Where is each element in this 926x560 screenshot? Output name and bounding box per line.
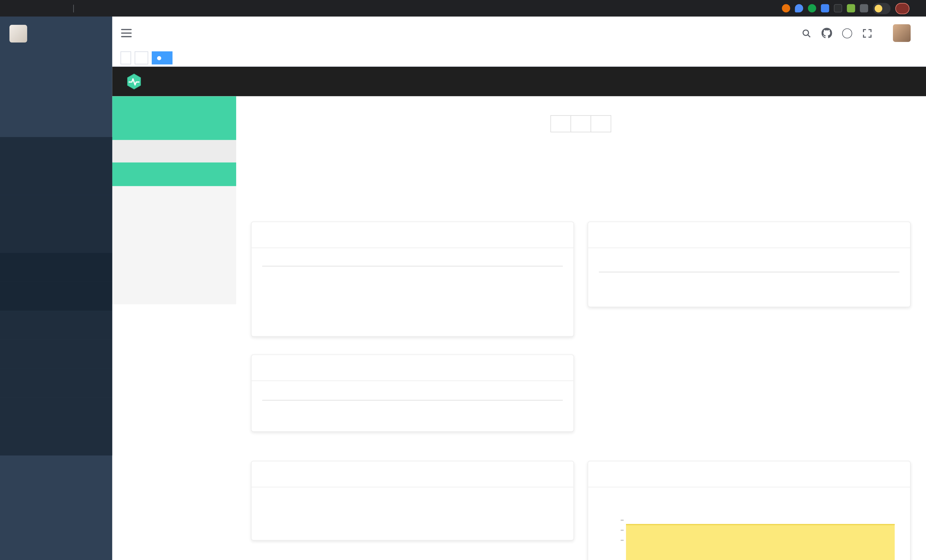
- extension-icon-5[interactable]: [834, 4, 842, 12]
- extension-icon-7[interactable]: [860, 4, 868, 12]
- sidebar-toggle-icon[interactable]: [121, 28, 133, 38]
- screenshot-root: [0, 0, 926, 560]
- legend-label: [750, 498, 758, 504]
- legend-label: [625, 498, 632, 504]
- reload-icon[interactable]: [33, 2, 46, 15]
- instance-url-link[interactable]: [551, 115, 571, 132]
- profile-avatar-icon: [875, 5, 882, 12]
- browser-menu-icon[interactable]: [914, 2, 921, 15]
- app-logo-row[interactable]: [0, 17, 112, 50]
- info-row-git: [262, 257, 563, 266]
- sba-instance-header[interactable]: [112, 97, 236, 140]
- process-metrics-row: [262, 497, 563, 505]
- process-card-header: [251, 461, 573, 487]
- tab-home[interactable]: [120, 51, 131, 65]
- metadata-card: [251, 354, 574, 431]
- instance-health-link[interactable]: [591, 115, 611, 132]
- info-card-header: [251, 222, 573, 248]
- app-sidebar: [0, 17, 112, 560]
- info-card: [251, 222, 574, 337]
- extension-icon-3[interactable]: [808, 4, 816, 12]
- threads-legend-row: [599, 497, 899, 511]
- browser-home-icon[interactable]: [47, 2, 61, 15]
- sidebar-item-log-center[interactable]: [0, 427, 112, 455]
- cards-left-column: [251, 222, 574, 560]
- threads-chart: [599, 520, 899, 560]
- back-icon[interactable]: [5, 2, 18, 15]
- sba-menu-environment[interactable]: [112, 210, 236, 233]
- bookmark-star-icon[interactable]: [768, 2, 777, 15]
- sba-menu-performance[interactable]: [112, 186, 236, 210]
- sidebar-item-system-mgmt[interactable]: [0, 79, 112, 108]
- chrome-update-button[interactable]: [895, 3, 909, 14]
- sidebar-item-home[interactable]: [0, 50, 112, 79]
- sidebar-item-error-log[interactable]: [0, 282, 112, 311]
- sidebar-item-trace[interactable]: [0, 398, 112, 427]
- sidebar-item-mysql-monitor[interactable]: [0, 311, 112, 339]
- user-avatar[interactable]: [893, 24, 911, 42]
- sba-sidebar: [112, 97, 236, 560]
- legend-blue-square-icon: [750, 498, 756, 504]
- tab-java-monitor[interactable]: [152, 51, 172, 65]
- app-logo: [9, 24, 27, 42]
- sba-content: [236, 97, 926, 560]
- sba-menu-logs[interactable]: [112, 304, 236, 327]
- sidebar-item-infrastructure[interactable]: [0, 108, 112, 137]
- sba-menu-subitems: [112, 162, 236, 304]
- active-tab-dot: [157, 56, 161, 60]
- process-card: [251, 461, 574, 540]
- browser-toolbar: [0, 0, 926, 17]
- health-card-header: [589, 222, 910, 248]
- fullscreen-icon[interactable]: [862, 28, 872, 38]
- cards-grid: [251, 222, 911, 560]
- sba-logo-icon: [125, 73, 143, 91]
- sidebar-item-dev-tools[interactable]: [0, 456, 112, 484]
- sidebar-item-scheduled-jobs[interactable]: [0, 195, 112, 224]
- browser-actions: [768, 2, 921, 15]
- extension-icon-2[interactable]: [795, 4, 803, 12]
- metadata-card-body: [251, 381, 573, 410]
- extension-icon-6[interactable]: [847, 4, 855, 12]
- instance-links: [236, 115, 926, 132]
- extension-icon-1[interactable]: [782, 4, 790, 12]
- threads-card-header: [589, 461, 910, 487]
- sba-navbar: [112, 67, 926, 97]
- sba-menu-scheduled-tasks[interactable]: [112, 281, 236, 304]
- health-card: [587, 222, 911, 307]
- sba-menu-jvm[interactable]: [112, 327, 236, 350]
- threads-chart-area: [626, 524, 895, 560]
- app-header: [112, 17, 926, 50]
- sba-menu-classes[interactable]: [112, 233, 236, 257]
- health-card-body: [589, 248, 910, 282]
- health-row-instance: [599, 257, 899, 272]
- sba-menu-caches[interactable]: [112, 374, 236, 397]
- browser-nav-controls: [5, 2, 61, 15]
- sidebar-item-config-mgmt[interactable]: [0, 166, 112, 195]
- sba-menu-group-insights[interactable]: [112, 140, 236, 163]
- sba-body: [112, 97, 926, 560]
- address-divider: [73, 5, 74, 12]
- tab-redis-monitor[interactable]: [135, 51, 148, 65]
- help-icon[interactable]: [842, 28, 852, 38]
- threads-metric-daemon: [750, 498, 758, 510]
- sba-menu-config-props[interactable]: [112, 257, 236, 281]
- address-bar[interactable]: [65, 5, 768, 12]
- sidebar-item-redis-monitor[interactable]: [0, 340, 112, 369]
- process-card-body: [251, 487, 573, 514]
- app-main: [112, 17, 926, 560]
- sidebar-item-java-monitor[interactable]: [0, 369, 112, 397]
- sba-menu-details[interactable]: [112, 162, 236, 186]
- search-icon[interactable]: [801, 28, 811, 38]
- sidebar-item-api-logs[interactable]: [0, 224, 112, 253]
- tag-tabs-bar: [112, 50, 926, 67]
- instance-actuator-link[interactable]: [570, 115, 591, 132]
- profile-paused-badge[interactable]: [873, 3, 891, 14]
- extension-icon-4[interactable]: [821, 4, 829, 12]
- forward-icon[interactable]: [19, 2, 32, 15]
- info-card-body: [251, 248, 573, 276]
- sba-menu-mappings[interactable]: [112, 350, 236, 374]
- threads-metric-live: [625, 498, 632, 510]
- sidebar-item-access-log[interactable]: [0, 253, 112, 282]
- github-icon[interactable]: [822, 28, 832, 38]
- sidebar-item-file-mgmt[interactable]: [0, 137, 112, 166]
